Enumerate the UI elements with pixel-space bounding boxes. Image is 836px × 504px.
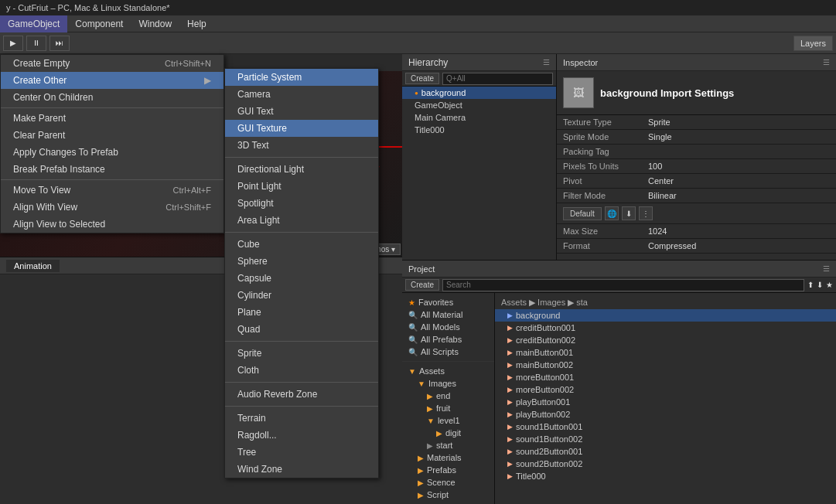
project-sidebar-divider [402, 361, 494, 362]
project-all-material[interactable]: 🔍 All Material [402, 308, 494, 321]
menu-clear-parent[interactable]: Clear Parent [1, 127, 224, 144]
submenu-3d-text[interactable]: 3D Text [225, 137, 378, 154]
project-file-sound1button002[interactable]: ▶ sound1Button002 [495, 433, 836, 445]
hierarchy-item-gameobject[interactable]: GameObject [402, 99, 556, 111]
submenu-sprite[interactable]: Sprite [225, 345, 378, 362]
project-file-playbutton001[interactable]: ▶ playButton001 [495, 396, 836, 408]
submenu-area-light[interactable]: Area Light [225, 212, 378, 229]
project-file-title000[interactable]: ▶ Title000 [495, 470, 836, 482]
inspector-panel: Inspector ☰ 🖼 background Import Settings… [557, 54, 836, 260]
project-file-morebutton002[interactable]: ▶ moreButton002 [495, 383, 836, 396]
project-file-mainbutton002[interactable]: ▶ mainButton002 [495, 359, 836, 371]
project-start-folder[interactable]: ▶ start [402, 439, 494, 451]
dropdown-menu-main: Create Empty Ctrl+Shift+N Create Other ▶… [0, 54, 224, 233]
hierarchy-menu-icon[interactable]: ☰ [543, 58, 550, 66]
hierarchy-item-title000[interactable]: Title000 [402, 124, 556, 136]
submenu-quad[interactable]: Quad [225, 321, 378, 338]
inspector-download-button[interactable]: ⬇ [622, 206, 636, 220]
submenu-audio-reverb-zone[interactable]: Audio Reverb Zone [225, 386, 378, 403]
menu-component[interactable]: Component [67, 15, 131, 32]
hierarchy-item-main-camera[interactable]: Main Camera [402, 111, 556, 124]
project-digit-folder[interactable]: ▶ digit [402, 427, 494, 439]
divider-1 [1, 107, 224, 108]
project-file-playbutton002[interactable]: ▶ playButton002 [495, 408, 836, 421]
project-all-models[interactable]: 🔍 All Models [402, 321, 494, 333]
submenu-sphere[interactable]: Sphere [225, 253, 378, 270]
project-file-sound2button001[interactable]: ▶ sound2Button001 [495, 445, 836, 458]
project-file-morebutton001[interactable]: ▶ moreButton001 [495, 371, 836, 383]
menu-center-on-children[interactable]: Center On Children [1, 89, 224, 106]
animation-tab[interactable]: Animation [6, 260, 60, 272]
menu-window[interactable]: Window [131, 15, 179, 32]
menu-apply-changes[interactable]: Apply Changes To Prefab [1, 144, 224, 161]
project-file-mainbutton001[interactable]: ▶ mainButton001 [495, 346, 836, 359]
inspector-row-sprite-mode: Sprite Mode Single [557, 130, 836, 145]
menu-make-parent[interactable]: Make Parent [1, 110, 224, 127]
inspector-row-texture-type: Texture Type Sprite [557, 115, 836, 130]
project-prefabs-folder[interactable]: ▶ Prefabs [402, 464, 494, 476]
project-file-sound1button001[interactable]: ▶ sound1Button001 [495, 421, 836, 433]
project-file-sound2button002[interactable]: ▶ sound2Button002 [495, 458, 836, 470]
menu-help[interactable]: Help [179, 15, 214, 32]
project-sidebar: ★ Favorites 🔍 All Material 🔍 All Models … [402, 293, 495, 504]
submenu-tree[interactable]: Tree [225, 444, 378, 461]
project-all-prefabs[interactable]: 🔍 All Prefabs [402, 333, 494, 346]
project-create-button[interactable]: Create [405, 279, 439, 291]
hierarchy-search-input[interactable] [442, 73, 553, 85]
submenu-spotlight[interactable]: Spotlight [225, 195, 378, 212]
project-level1-folder[interactable]: ▼ level1 [402, 414, 494, 427]
menu-gameobject[interactable]: GameObject [0, 15, 67, 32]
hierarchy-create-button[interactable]: Create [405, 73, 439, 84]
submenu-camera[interactable]: Camera [225, 86, 378, 103]
sub-divider-5 [225, 406, 378, 407]
inspector-title-row: 🖼 background Import Settings [557, 71, 836, 115]
menu-move-to-view[interactable]: Move To View Ctrl+Alt+F [1, 182, 224, 199]
hierarchy-item-background[interactable]: ● background [402, 87, 556, 99]
submenu-ragdoll[interactable]: Ragdoll... [225, 427, 378, 444]
menu-create-other[interactable]: Create Other ▶ [1, 72, 224, 89]
project-file-background[interactable]: ▶ background [495, 309, 836, 322]
submenu-point-light[interactable]: Point Light [225, 178, 378, 195]
submenu-gui-texture[interactable]: GUI Texture [225, 120, 378, 137]
submenu-capsule[interactable]: Capsule [225, 270, 378, 287]
inspector-more-button[interactable]: ⋮ [639, 206, 653, 220]
submenu-cube[interactable]: Cube [225, 236, 378, 253]
project-materials-folder[interactable]: ▶ Materials [402, 451, 494, 464]
project-content: ★ Favorites 🔍 All Material 🔍 All Models … [402, 293, 836, 504]
project-assets-root[interactable]: ▼ Assets [402, 365, 494, 377]
project-icon-3[interactable]: ★ [826, 281, 833, 289]
project-menu-icon[interactable]: ☰ [823, 264, 830, 273]
inspector-menu-icon[interactable]: ☰ [823, 58, 830, 66]
project-scence-folder[interactable]: ▶ Scence [402, 476, 494, 489]
submenu-cloth[interactable]: Cloth [225, 362, 378, 379]
submenu-terrain[interactable]: Terrain [225, 410, 378, 427]
submenu-particle-system[interactable]: Particle System [225, 69, 378, 86]
project-images-folder[interactable]: ▼ Images [402, 377, 494, 390]
inspector-buttons-row: Default 🌐 ⬇ ⋮ [557, 203, 836, 224]
project-file-creditbutton002[interactable]: ▶ creditButton002 [495, 334, 836, 346]
project-fruit-folder[interactable]: ▶ fruit [402, 402, 494, 414]
project-search-input[interactable] [442, 279, 804, 291]
project-main-area: Assets ▶ Images ▶ sta ▶ background ▶ cre… [495, 293, 836, 504]
submenu-gui-text[interactable]: GUI Text [225, 103, 378, 120]
project-end-folder[interactable]: ▶ end [402, 390, 494, 402]
layers-button[interactable]: Layers [793, 36, 833, 51]
menu-create-empty[interactable]: Create Empty Ctrl+Shift+N [1, 55, 224, 72]
menu-align-with-view[interactable]: Align With View Ctrl+Shift+F [1, 199, 224, 216]
inspector-globe-button[interactable]: 🌐 [605, 206, 619, 220]
submenu-directional-light[interactable]: Directional Light [225, 161, 378, 178]
project-script-folder[interactable]: ▶ Script [402, 489, 494, 501]
project-all-scripts[interactable]: 🔍 All Scripts [402, 346, 494, 358]
menu-break-prefab[interactable]: Break Prefab Instance [1, 161, 224, 178]
menu-align-view-selected[interactable]: Align View to Selected [1, 216, 224, 233]
play-button[interactable]: ▶ [3, 36, 23, 51]
pause-button[interactable]: ⏸ [26, 36, 46, 51]
project-icon-2[interactable]: ⬇ [817, 281, 823, 289]
submenu-wind-zone[interactable]: Wind Zone [225, 461, 378, 478]
submenu-cylinder[interactable]: Cylinder [225, 287, 378, 304]
step-button[interactable]: ⏭ [49, 36, 70, 51]
submenu-plane[interactable]: Plane [225, 304, 378, 321]
project-icon-1[interactable]: ⬆ [807, 281, 814, 289]
project-file-creditbutton001[interactable]: ▶ creditButton001 [495, 322, 836, 334]
inspector-default-button[interactable]: Default [563, 207, 602, 220]
